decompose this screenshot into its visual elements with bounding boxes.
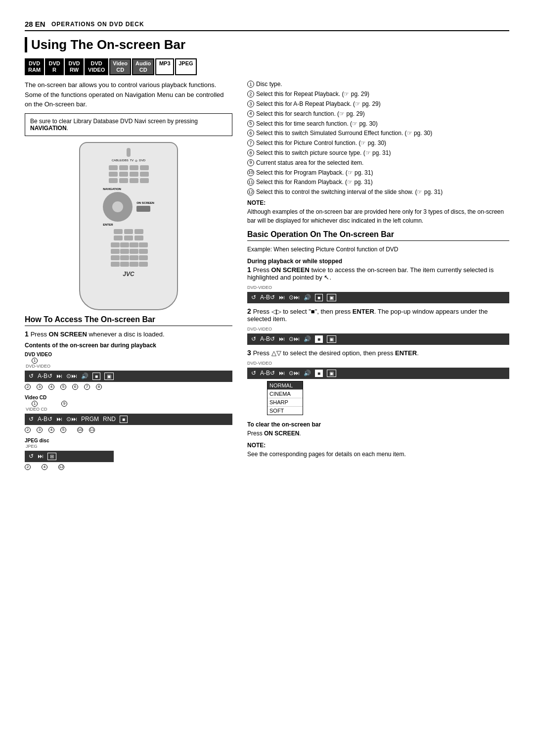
badge-video-cd: VideoCD — [109, 58, 131, 75]
section-title: OPERATIONS ON DVD DECK — [51, 21, 144, 28]
popup-option-sharp: SHARP — [267, 398, 303, 407]
clear-text: Press ON SCREEN. — [247, 429, 509, 438]
page-lang: EN — [33, 20, 47, 28]
notice-box: Be sure to clear Library Database DVD Na… — [25, 113, 232, 136]
basic-step1: 1 Press ON SCREEN twice to access the on… — [247, 266, 509, 281]
intro-text: The on-screen bar allows you to control … — [25, 80, 232, 109]
annotation-1: 1 — [32, 358, 38, 364]
video-cd-label: Video CD — [25, 395, 232, 400]
dvd-video-annotations: 2 3 4 5 6 7 8 — [25, 384, 232, 390]
feature-list: 1 Disc type. 2 Select this for Repeat Pl… — [247, 80, 509, 196]
list-item-4: 4 Select this for search function. (☞ pg… — [247, 110, 509, 118]
list-item-1: 1 Disc type. — [247, 80, 509, 89]
list-item-10: 10 Select this for Program Playback. (☞ … — [247, 169, 509, 177]
jpeg-bar: ↺ ⏭ ⊞ — [25, 451, 114, 462]
popup-option-soft: SOFT — [267, 407, 303, 415]
during-label: During playback or while stopped — [247, 258, 509, 265]
dvd-video-section: DVD VIDEO 1 DVD-VIDEO ↺ A-B↺ ⏭ ⊙⏭ 🔊 ■ ▣ … — [25, 352, 232, 390]
list-item-6: 6 Select this to switch Simulated Surrou… — [247, 129, 509, 138]
jpeg-disc-section: JPEG disc JPEG ↺ ⏭ ⊞ 2 4 12 — [25, 438, 232, 470]
how-to-step1: 1 Press ON SCREEN whenever a disc is loa… — [25, 330, 232, 338]
basic-op-example: Example: When selecting Picture Control … — [247, 245, 509, 254]
list-item-5: 5 Select this for time search function. … — [247, 120, 509, 128]
badge-dvd-video: DVDVIDEO — [85, 58, 108, 75]
video-cd-bar: ↺ A-B↺ ⏭ ⊙⏭ PRGM RND ■ — [25, 414, 232, 425]
popup-option-cinema: CINEMA — [267, 390, 303, 398]
badge-mp3: MP3 — [155, 58, 174, 75]
list-item-11: 11 Select this for Random Playback. (☞ p… — [247, 178, 509, 187]
bar2-label: DVD-VIDEO — [247, 327, 509, 331]
badge-dvd-r: DVDR — [45, 58, 64, 75]
note-label-2: NOTE: — [247, 442, 509, 449]
contents-label: Contents of the on-screen bar during pla… — [25, 342, 232, 349]
basic-step2: 2 Press ◁▷ to select "■", then press ENT… — [247, 307, 509, 323]
note-text-1: Although examples of the on-screen bar a… — [247, 207, 509, 225]
list-item-8: 8 Select this to switch picture source t… — [247, 149, 509, 157]
dvd-video-bar: ↺ A-B↺ ⏭ ⊙⏭ 🔊 ■ ▣ — [25, 371, 232, 382]
dvd-video-label: DVD VIDEO — [25, 352, 232, 357]
bar3-label: DVD-VIDEO — [247, 361, 509, 366]
clear-label: To clear the on-screen bar — [247, 421, 509, 428]
badge-jpeg: JPEG — [175, 58, 196, 75]
page-header: 28 EN OPERATIONS ON DVD DECK — [25, 20, 509, 31]
remote-illustration: CABLE/DBSTV⊙DVD NAVIGATION — [25, 142, 232, 310]
jpeg-annotations: 2 4 12 — [25, 464, 232, 470]
video-cd-annotations: 2 3 4 5 10 11 — [25, 427, 232, 433]
list-item-9: 9 Current status area for the selected i… — [247, 159, 509, 167]
basic-op-bar3: ↺ A-B↺ ⏭ ⊙⏭ 🔊 ■ ▣ — [247, 368, 509, 379]
list-item-7: 7 Select this for Picture Control functi… — [247, 139, 509, 147]
video-cd-section: Video CD 1 9 VIDEO CD ↺ A-B↺ ⏭ ⊙⏭ PRGM R… — [25, 395, 232, 433]
badge-dvd-ram: DVDRAM — [25, 58, 44, 75]
basic-op-title: Basic Operation On The On-screen Bar — [247, 230, 509, 241]
badge-audio-cd: AudioCD — [132, 58, 154, 75]
basic-op-bar2: ↺ A-B↺ ⏭ ⊙⏭ 🔊 ■ ▣ — [247, 333, 509, 345]
badge-dvd-rw: DVDRW — [65, 58, 84, 75]
list-item-12: 12 Select this to control the switching … — [247, 188, 509, 196]
note-text-2: See the corresponding pages for details … — [247, 450, 509, 459]
bar1-label: DVD-VIDEO — [247, 285, 509, 290]
popup-options: NORMAL CINEMA SHARP SOFT — [267, 381, 303, 415]
basic-step3: 3 Press △▽ to select the desired option,… — [247, 349, 509, 357]
list-item-3: 3 Select this for A-B Repeat Playback. (… — [247, 100, 509, 108]
page-title: Using The On-screen Bar — [25, 37, 509, 52]
list-item-2: 2 Select this for Repeat Playback. (☞ pg… — [247, 90, 509, 98]
disc-badges: DVDRAM DVDR DVDRW DVDVIDEO VideoCD Audio… — [25, 58, 509, 75]
remote-body: CABLE/DBSTV⊙DVD NAVIGATION — [79, 142, 178, 310]
page-number: 28 — [25, 20, 33, 28]
jpeg-disc-label: JPEG disc — [25, 438, 232, 443]
basic-op-bar1: ↺ A-B↺ ⏭ ⊙⏭ 🔊 ■ ▣ — [247, 292, 509, 303]
how-to-section-title: How To Access The On-screen Bar — [25, 315, 232, 326]
note-label-1: NOTE: — [247, 199, 509, 206]
popup-option-normal: NORMAL — [267, 381, 303, 390]
